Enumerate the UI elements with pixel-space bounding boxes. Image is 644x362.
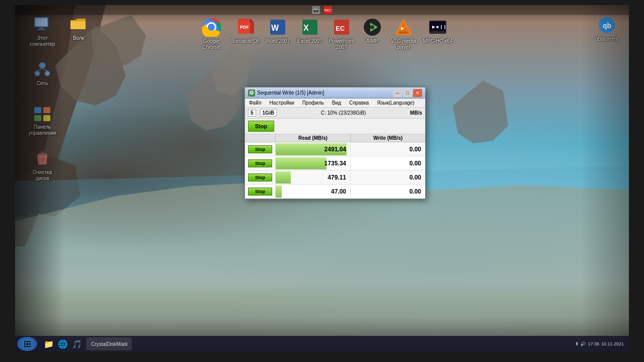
table-row: Stop 2491.04 0.00 — [245, 142, 425, 156]
read-cell-1: 2491.04 — [275, 143, 350, 155]
row-stop-4: Stop — [245, 187, 275, 197]
pdf-icon: PDF — [235, 17, 256, 37]
desktop-icon-aimp[interactable]: AIMP — [358, 17, 386, 44]
monitor: 📷 REC Этоткомпьютер — [0, 0, 644, 362]
taskbar-browser-icon[interactable]: 🌐 — [56, 337, 69, 350]
desktop-icon-vlc[interactable]: ▶ VLC mediaplayer — [387, 17, 420, 50]
write-cell-2: 0.00 — [350, 157, 425, 169]
network-label: Сеть — [37, 80, 48, 86]
aimp-label: AIMP — [366, 38, 378, 44]
cdm-column-headers: Read (MB/s) Write (MB/s) — [245, 134, 425, 142]
cdm-titlebar: 💿 Sequential Write (1/5) [Admin] ─ □ ✕ — [245, 87, 425, 99]
minimize-button[interactable]: ─ — [393, 89, 402, 97]
close-button[interactable]: ✕ — [413, 89, 422, 97]
pdf-label: SumatraPDF — [231, 38, 260, 44]
drive-info: C: 10% (23/238GiB) — [281, 110, 406, 116]
mpc-label: MPC-HC x64 — [423, 38, 453, 44]
menu-file[interactable]: Файл — [247, 100, 264, 106]
menu-help[interactable]: Справка — [347, 100, 371, 106]
svg-rect-12 — [34, 115, 41, 121]
powerpoint-label: PowerPoint2007 — [329, 38, 354, 50]
svg-rect-1 — [35, 18, 47, 26]
write-cell-1: 0.00 — [350, 143, 425, 155]
svg-text:▶ ■ ❙❙: ▶ ■ ❙❙ — [432, 25, 447, 29]
svg-text:X: X — [303, 24, 309, 32]
stop-button-3[interactable]: Stop — [248, 173, 272, 182]
svg-rect-2 — [39, 27, 43, 29]
maximize-button[interactable]: □ — [403, 89, 412, 97]
taskbar-explorer-icon[interactable]: 📁 — [42, 337, 55, 350]
desktop-icon-word[interactable]: W Word 2007 — [263, 17, 293, 44]
taskbar-cdm-label: CrystalDiskMark — [91, 341, 128, 347]
svg-rect-11 — [43, 107, 50, 113]
svg-line-8 — [42, 68, 47, 71]
computer-icon — [32, 14, 52, 34]
controlpanel-label: Панельуправления — [29, 124, 56, 136]
table-row: Stop 1735.34 0.00 — [245, 156, 425, 170]
computer-label: Этоткомпьютер — [30, 35, 55, 47]
menu-settings[interactable]: Настройки — [268, 100, 296, 106]
stop-button-1[interactable]: Stop — [248, 145, 272, 153]
svg-text:qb: qb — [603, 22, 611, 30]
desktop-icon-cleanup[interactable]: Очисткадиска — [24, 148, 60, 182]
start-button[interactable]: ⊞ — [17, 337, 37, 351]
menu-language[interactable]: Язык(Language) — [375, 100, 417, 106]
write-value-1: 0.00 — [353, 146, 423, 153]
screen: 📷 REC Этоткомпьютер — [15, 5, 629, 352]
desktop-icon-pdf[interactable]: PDF SumatraPDF — [230, 17, 261, 44]
svg-point-20 — [208, 24, 215, 31]
write-cell-3: 0.00 — [350, 171, 425, 184]
desktop-icon-computer[interactable]: Этоткомпьютер — [24, 14, 60, 47]
cdm-menubar: Файл Настройки Профиль Вид Справка Язык(… — [245, 99, 425, 108]
taskbar-pinned: 📁 🌐 🎵 — [39, 337, 87, 350]
cdm-title-icon: 💿 — [248, 89, 255, 97]
controlpanel-icon — [32, 103, 52, 123]
network-icon — [32, 59, 52, 79]
mpc-icon: ▶ ■ ❙❙ — [428, 17, 448, 37]
desktop-icon-excel[interactable]: X Excel 2007 — [295, 17, 325, 44]
size-value[interactable]: 1GiB — [260, 109, 277, 117]
taskbar-icons: ⬆ 🔊 — [575, 341, 586, 346]
svg-text:EC: EC — [336, 25, 345, 32]
cleanup-icon — [32, 148, 52, 168]
menu-view[interactable]: Вид — [330, 100, 343, 106]
taskbar-cdm-item[interactable]: CrystalDiskMark — [87, 337, 132, 350]
svg-point-33 — [370, 25, 374, 29]
svg-text:▶: ▶ — [401, 26, 405, 31]
svg-marker-22 — [250, 19, 254, 23]
desktop-icon-chrome[interactable]: GoogleChrome — [196, 17, 226, 50]
main-stop-button[interactable]: Stop — [248, 121, 274, 132]
excel-label: Excel 2007 — [297, 38, 322, 44]
svg-rect-13 — [43, 115, 50, 121]
svg-rect-10 — [34, 107, 41, 113]
svg-line-7 — [37, 68, 42, 71]
col-stop-header — [245, 134, 275, 142]
svg-rect-23 — [250, 23, 254, 34]
desktop-icon-controlpanel[interactable]: Панельуправления — [24, 103, 60, 136]
vlc-icon: ▶ — [393, 17, 414, 37]
desktop-icon-network[interactable]: Сеть — [24, 59, 60, 86]
menu-profile[interactable]: Профиль — [300, 100, 326, 106]
stop-button-4[interactable]: Stop — [248, 188, 272, 196]
svg-rect-14 — [40, 151, 44, 153]
desktop-icon-powerpoint[interactable]: EC PowerPoint2007 — [325, 17, 358, 50]
qbittorrent-label: qBittorrent — [595, 36, 618, 42]
col-write-header: Write (MB/s) — [350, 134, 425, 142]
stop-button-2[interactable]: Stop — [248, 159, 272, 167]
desktop-icon-qbittorrent[interactable]: qb qBittorrent — [589, 15, 625, 42]
svg-point-5 — [35, 71, 40, 76]
cdm-window: 💿 Sequential Write (1/5) [Admin] ─ □ ✕ Ф… — [245, 87, 426, 199]
desktop-icon-wolf[interactable]: Волк — [60, 14, 97, 41]
svg-point-6 — [45, 71, 50, 76]
chrome-label: GoogleChrome — [202, 38, 220, 50]
taskbar-time: 17:36 — [588, 341, 599, 346]
taskbar-media-icon[interactable]: 🎵 — [70, 337, 84, 350]
cdm-main-stop-row: Stop — [245, 119, 425, 134]
excel-icon: X — [300, 17, 320, 37]
runs-value[interactable]: 5 — [248, 109, 256, 117]
svg-rect-41 — [430, 32, 445, 33]
row-stop-2: Stop — [245, 158, 275, 168]
table-row: Stop 47.00 0.00 — [245, 185, 425, 199]
powerpoint-icon: EC — [332, 17, 352, 37]
desktop-icon-mpc[interactable]: ▶ ■ ❙❙ MPC-HC x64 — [422, 17, 454, 44]
